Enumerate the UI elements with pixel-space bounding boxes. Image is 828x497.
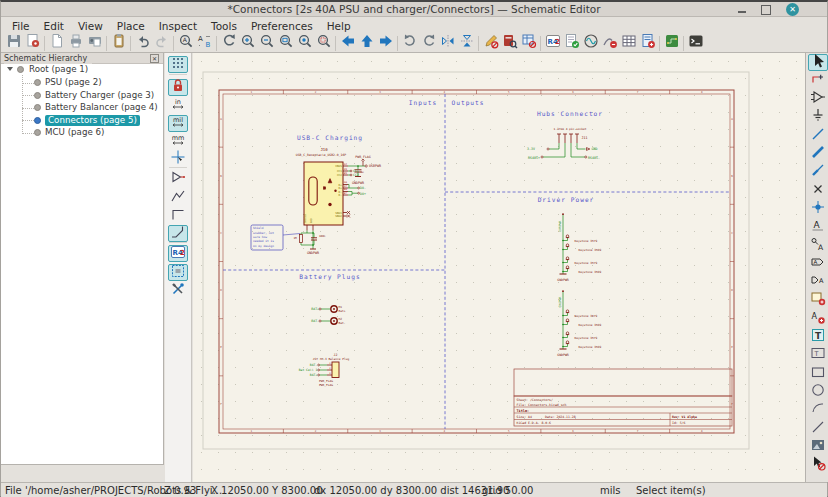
add-bus-entry-button[interactable]: [808, 164, 828, 181]
undo-button[interactable]: [133, 34, 152, 52]
add-text-button[interactable]: T: [808, 329, 828, 346]
find-replace-button[interactable]: AB: [195, 34, 214, 52]
select-tool-icon: [810, 53, 826, 73]
select-tool-button[interactable]: [808, 54, 828, 71]
mirror-vertical-button[interactable]: [438, 34, 457, 52]
zoom-selection-button[interactable]: [314, 34, 333, 52]
add-junction-button[interactable]: [808, 200, 828, 217]
zoom-in-button[interactable]: [238, 34, 257, 52]
print-button[interactable]: [66, 34, 85, 52]
annotate-button[interactable]: R42: [543, 34, 562, 52]
hv-wires-button[interactable]: [168, 207, 188, 224]
units-mm-button[interactable]: mm: [168, 133, 188, 150]
redo-button[interactable]: [152, 34, 171, 52]
menu-view[interactable]: View: [71, 18, 110, 34]
bounding-boxes-button[interactable]: [168, 264, 188, 281]
rotate-cw-button[interactable]: [419, 34, 438, 52]
erc-button[interactable]: [562, 34, 581, 52]
maximize-button[interactable]: [758, 3, 772, 15]
grid-override-lock-button[interactable]: [168, 79, 188, 96]
close-button[interactable]: [786, 3, 799, 16]
svg-text:A: A: [819, 277, 824, 285]
add-sheet-pin-button[interactable]: A: [808, 310, 828, 327]
hierarchy-panel-header[interactable]: Schematic Hierarchy ✕: [1, 53, 163, 64]
schematic-setup-button[interactable]: [23, 34, 42, 52]
svg-text:D: D: [731, 288, 733, 292]
status-relative-position: dx 12050.00 dy 8300.00 dist 14631.90: [314, 483, 509, 497]
schematic-canvas[interactable]: 1122334455667788AABBCCDDEEFFInputsOutput…: [193, 53, 805, 482]
add-label-button[interactable]: A: [808, 219, 828, 236]
units-inches-button[interactable]: in: [168, 97, 188, 114]
nav-back-button[interactable]: [338, 34, 357, 52]
rotate-ccw-button[interactable]: [400, 34, 419, 52]
find-button[interactable]: A: [176, 34, 195, 52]
menu-inspect[interactable]: Inspect: [152, 18, 204, 34]
units-mils-button[interactable]: mil: [168, 115, 188, 132]
bom-button[interactable]: [638, 34, 657, 52]
zoom-fit-button[interactable]: [276, 34, 295, 52]
add-sheet-button[interactable]: [808, 292, 828, 309]
add-no-connect-button[interactable]: [808, 182, 828, 199]
add-rectangle-button[interactable]: [808, 365, 828, 382]
mirror-horizontal-icon: [459, 33, 475, 53]
delete-tool-button[interactable]: [808, 457, 828, 474]
minimize-button[interactable]: [735, 3, 749, 15]
menu-help[interactable]: Help: [320, 18, 358, 34]
plot-button[interactable]: [85, 34, 104, 52]
add-circle-button[interactable]: [808, 383, 828, 400]
crosshair-style-button[interactable]: [168, 151, 188, 168]
menu-file[interactable]: File: [5, 18, 37, 34]
add-symbol-button[interactable]: [808, 91, 828, 108]
add-image-button[interactable]: [808, 438, 828, 455]
add-textbox-button[interactable]: T: [808, 347, 828, 364]
expand-arrow-icon[interactable]: [7, 67, 13, 71]
svg-text:USB_C_Receptacle_USB2.0_16P: USB_C_Receptacle_USB2.0_16P: [296, 153, 346, 157]
menu-tools[interactable]: Tools: [204, 18, 244, 34]
new-sheet-button[interactable]: [47, 34, 66, 52]
edit-symbol-button[interactable]: [481, 34, 500, 52]
hierarchy-close-icon[interactable]: ✕: [150, 54, 159, 63]
menu-edit[interactable]: Edit: [37, 18, 71, 34]
mirror-horizontal-button[interactable]: [457, 34, 476, 52]
add-power-button[interactable]: [808, 109, 828, 126]
free-angle-wires-button[interactable]: [168, 189, 188, 206]
add-line-button[interactable]: [808, 420, 828, 437]
add-bus-button[interactable]: [808, 146, 828, 163]
hidden-pins-button[interactable]: [168, 171, 188, 188]
zoom-objects-button[interactable]: [295, 34, 314, 52]
svg-text:Keystone 3579: Keystone 3579: [575, 239, 598, 243]
save-button[interactable]: [4, 34, 23, 52]
add-symbol-icon: [810, 89, 826, 109]
zoom-out-button[interactable]: [257, 34, 276, 52]
simulator-button[interactable]: [581, 34, 600, 52]
highlight-net-button[interactable]: [808, 72, 828, 89]
45-degree-wires-button[interactable]: [168, 225, 188, 242]
print-icon: [68, 33, 84, 53]
add-line-icon: [810, 419, 826, 439]
refresh-button[interactable]: [219, 34, 238, 52]
title-bar[interactable]: *Connectors [2s 40A PSU and charger/Conn…: [1, 2, 827, 17]
sim-probe-button[interactable]: [600, 34, 619, 52]
add-hierarchical-label-button[interactable]: A: [808, 274, 828, 291]
svg-text:Keystone 3569: Keystone 3569: [579, 345, 602, 349]
annotate-auto-button[interactable]: R42: [168, 245, 188, 262]
edit-symbol-fields-button[interactable]: [519, 34, 538, 52]
add-netclass-directive-button[interactable]: A: [808, 237, 828, 254]
svg-text:A: A: [814, 220, 821, 230]
tool-settings-button[interactable]: [168, 282, 188, 299]
nav-up-button[interactable]: [357, 34, 376, 52]
symbol-fields-table-icon: [621, 33, 637, 53]
symbol-library-button[interactable]: [500, 34, 519, 52]
scripting-console-button[interactable]: [686, 34, 705, 52]
menu-place[interactable]: Place: [110, 18, 152, 34]
grid-visibility-button[interactable]: [168, 56, 188, 73]
add-global-label-button[interactable]: A: [808, 255, 828, 272]
add-wire-button[interactable]: [808, 127, 828, 144]
pcb-editor-button[interactable]: [662, 34, 681, 52]
add-arc-button[interactable]: [808, 402, 828, 419]
menu-preferences[interactable]: Preferences: [244, 18, 320, 34]
paste-button[interactable]: [109, 34, 128, 52]
symbol-fields-table-button[interactable]: [619, 34, 638, 52]
add-hierarchical-label-icon: A: [810, 272, 826, 292]
nav-forward-button[interactable]: [376, 34, 395, 52]
